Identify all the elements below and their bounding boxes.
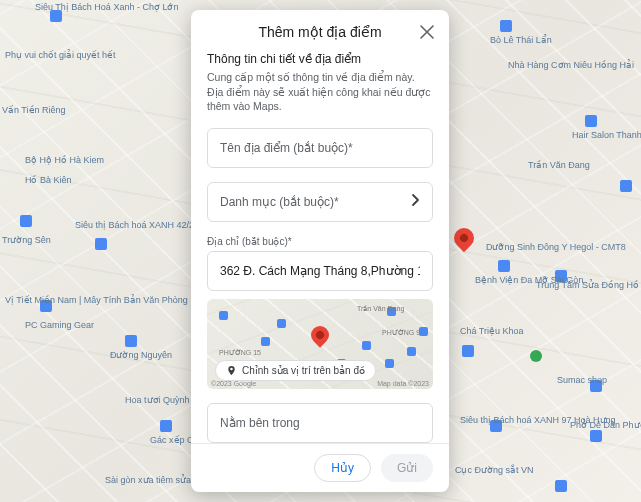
modal-body[interactable]: Thông tin chi tiết về địa điểm Cung cấp …: [191, 50, 449, 443]
poi-label: Siêu Thị Bách Hoá Xanh - Chợ Lớn: [35, 2, 178, 12]
map-main-pin-icon: [450, 224, 478, 252]
located-in-field[interactable]: [207, 403, 433, 443]
address-field[interactable]: [207, 251, 433, 291]
poi-label: Nhà Hàng Cơm Niêu Hồng Hải: [508, 60, 634, 70]
mini-map-pin-icon: [307, 322, 332, 347]
poi-label: Trường Sên: [2, 235, 51, 245]
mini-map-label: PHƯỜNG 15: [219, 349, 261, 357]
mini-map[interactable]: Trần Văn Đang PHƯỜNG 9 PHƯỜNG 15 Chỉnh s…: [207, 299, 433, 389]
modal-title: Thêm một địa điểm: [258, 24, 381, 40]
poi-label: Chá Triệu Khoa: [460, 326, 524, 336]
located-in-input[interactable]: [220, 416, 420, 430]
poi-label: Phụ vui chốt giải quyết hết: [5, 50, 116, 60]
modal-footer: Hủy Gửi: [191, 443, 449, 492]
poi-label: Cục Đường sắt VN: [455, 465, 534, 475]
poi-label: PC Gaming Gear: [25, 320, 94, 330]
place-name-input[interactable]: [220, 141, 420, 155]
category-placeholder: Danh mục (bắt buộc)*: [220, 195, 339, 209]
location-edit-icon: [226, 365, 237, 376]
poi-label: Vị Tiết Miền Nam | Mây Tính Bản Văn Phòn…: [5, 295, 211, 305]
edit-location-button[interactable]: Chỉnh sửa vị trí trên bản đồ: [215, 360, 376, 381]
poi-label: Hair Salon Thanh: [572, 130, 641, 140]
mini-map-attribution: Map data ©2023: [377, 380, 429, 387]
mini-map-attribution: ©2023 Google: [211, 380, 256, 387]
mini-map-label: Trần Văn Đang: [357, 305, 404, 313]
close-button[interactable]: [417, 22, 437, 42]
poi-label: Vấn Tiền Riêng: [2, 105, 66, 115]
modal-header: Thêm một địa điểm: [191, 10, 449, 50]
section-description: Cung cấp một số thông tin về địa điểm nà…: [207, 70, 433, 114]
poi-label: Hồ Bà Kiên: [25, 175, 72, 185]
cancel-button[interactable]: Hủy: [314, 454, 371, 482]
chevron-right-icon: [410, 193, 420, 211]
address-input[interactable]: [220, 264, 420, 278]
place-name-field[interactable]: [207, 128, 433, 168]
poi-label: Dưỡng Sinh Đông Y Hegol - CMT8: [486, 242, 626, 252]
submit-button[interactable]: Gửi: [381, 454, 433, 482]
poi-label: Bò Lê Thái Lẩn: [490, 35, 552, 45]
category-field[interactable]: Danh mục (bắt buộc)*: [207, 182, 433, 222]
poi-label: Phở Dê Dân Phương: [570, 420, 641, 430]
address-label: Địa chỉ (bắt buộc)*: [207, 236, 433, 247]
poi-label: Trần Văn Đang: [528, 160, 590, 170]
poi-label: Bộ Hộ Hồ Hà Kiem: [25, 155, 104, 165]
poi-label: Sumac shop: [557, 375, 607, 385]
close-icon: [420, 25, 434, 39]
add-place-modal: Thêm một địa điểm Thông tin chi tiết về …: [191, 10, 449, 492]
poi-label: Sài gòn xưa tiêm sửa: [105, 475, 191, 485]
edit-location-label: Chỉnh sửa vị trí trên bản đồ: [242, 365, 365, 376]
poi-label: Trung Tâm Sửa Đồng Hồ Sài Gòn: [536, 280, 641, 290]
section-heading: Thông tin chi tiết về địa điểm: [207, 52, 433, 66]
mini-map-label: PHƯỜNG 9: [382, 329, 420, 337]
poi-label: Đường Nguyên: [110, 350, 172, 360]
poi-label: Siêu thị Bách hoá XANH 42/20A: [75, 220, 205, 230]
